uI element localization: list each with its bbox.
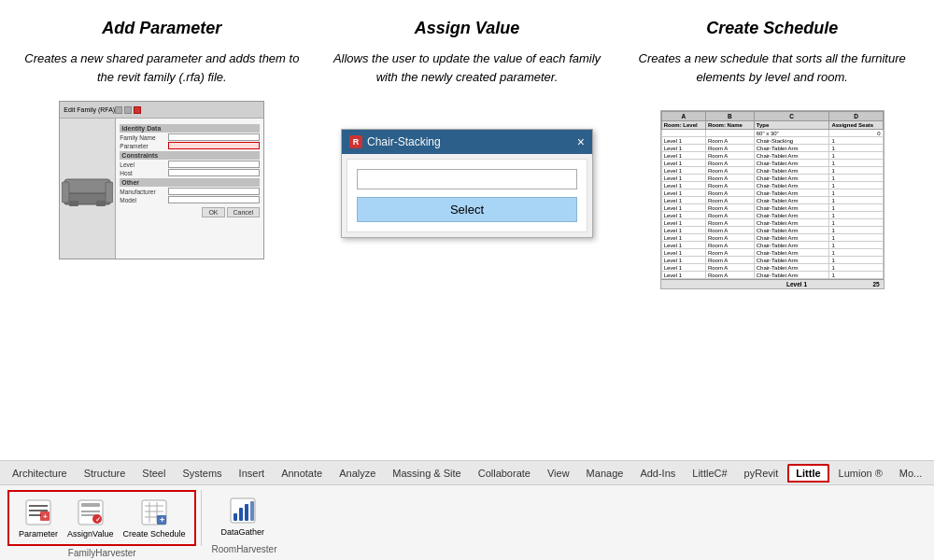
- ribbon-tab-mo...[interactable]: Mo...: [892, 465, 929, 482]
- svg-rect-29: [245, 504, 248, 521]
- table-cell: Chair-Tablet Arm: [754, 204, 829, 212]
- rfa-field-c1: Level: [120, 161, 260, 168]
- rfa-input-c1[interactable]: [168, 161, 260, 168]
- table-cell: Chair-Tablet Arm: [754, 242, 829, 249]
- table-cell: Chair-Tablet Arm: [754, 197, 829, 204]
- table-cell: Room A: [705, 249, 754, 257]
- ribbon-tab-lumion-®[interactable]: Lumion ®: [831, 465, 890, 482]
- table-cell: Level 1: [661, 167, 705, 175]
- table-cell: Level 1: [661, 257, 705, 264]
- table-cell: Level 1: [661, 152, 705, 160]
- dialog-revit-icon: R: [349, 135, 362, 148]
- table-cell: Level 1: [661, 264, 705, 272]
- table-cell: 1: [829, 137, 883, 145]
- table-cell: Level 1: [661, 137, 705, 145]
- table-cell: Room A: [705, 175, 754, 182]
- rfa-input-c2[interactable]: [168, 169, 260, 176]
- svg-rect-30: [250, 501, 254, 521]
- room-harvester-label: RoomHarvester: [211, 544, 276, 554]
- sofa-icon: [62, 165, 113, 212]
- parameter-label: Parameter: [19, 529, 58, 539]
- table-cell: 1: [829, 242, 883, 249]
- rfa-label-c2: Host: [120, 170, 166, 176]
- section-title-assign-value: Assign Value: [415, 19, 519, 38]
- rfa-cancel-button[interactable]: Cancel: [227, 207, 261, 217]
- table-row: Level 1Room AChair-Tablet Arm1: [661, 227, 883, 234]
- table-cell: Chair-Tablet Arm: [754, 212, 829, 219]
- datagather-label: DataGather: [220, 527, 264, 537]
- schedule-table: A B C D Room: Level Room: Name Type Assi…: [661, 111, 884, 279]
- svg-text:✓: ✓: [94, 516, 100, 523]
- table-cell: Level 1: [661, 212, 705, 219]
- svg-rect-27: [234, 513, 237, 521]
- table-cell: Level 1: [661, 227, 705, 234]
- table-cell: Level 1: [661, 197, 705, 204]
- table-cell: Chair-Tablet Arm: [754, 257, 829, 264]
- table-cell: 1: [829, 160, 883, 167]
- rfa-label-c1: Level: [120, 161, 166, 168]
- datagather-svg: [229, 497, 257, 525]
- table-cell: Chair-Tablet Arm: [754, 264, 829, 272]
- table-cell: Chair-Tablet Arm: [754, 175, 829, 182]
- create-schedule-button[interactable]: + Create Schedule: [119, 496, 189, 540]
- datagather-icon: [228, 496, 258, 525]
- table-row: Level 1Room AChair-Tablet Arm1: [661, 145, 883, 152]
- parameter-button[interactable]: + Parameter: [15, 496, 62, 540]
- ribbon-tab-analyze[interactable]: Analyze: [332, 465, 383, 482]
- schedule-col-b-header: B: [705, 112, 754, 121]
- rfa-field-param: Parameter: [120, 142, 260, 149]
- rfa-input-o1[interactable]: [168, 188, 260, 195]
- table-cell: 1: [829, 175, 883, 182]
- rfa-field-c2: Host: [120, 169, 260, 176]
- create-schedule-svg: +: [140, 498, 168, 526]
- ribbon-tab-insert[interactable]: Insert: [232, 465, 273, 482]
- ribbon-tab-add-ins[interactable]: Add-Ins: [632, 465, 683, 482]
- rfa-ok-button[interactable]: OK: [202, 207, 224, 217]
- rfa-window: Edit Family (RFA): [60, 102, 263, 259]
- ribbon-tab-collaborate[interactable]: Collaborate: [471, 465, 538, 482]
- table-cell: [661, 130, 705, 137]
- rfa-form: Identity Data Family Name Parameter Cons…: [120, 124, 260, 217]
- section-title-add-parameter: Add Parameter: [102, 19, 221, 38]
- table-cell: Room A: [705, 204, 754, 212]
- ribbon-tab-architecture[interactable]: Architecture: [5, 465, 75, 482]
- dialog-close-button[interactable]: ×: [577, 134, 585, 149]
- ribbon-tab-view[interactable]: View: [540, 465, 577, 482]
- svg-text:+: +: [43, 512, 48, 521]
- ribbon-tab-little[interactable]: Little: [787, 464, 828, 483]
- rfa-field-family: Family Name: [120, 133, 260, 141]
- dialog-select-button[interactable]: Select: [357, 197, 577, 222]
- rfa-input-o2[interactable]: [168, 196, 260, 203]
- schedule-col-b-label: Room: Name: [705, 121, 754, 130]
- ribbon-tab-manage[interactable]: Manage: [579, 465, 631, 482]
- table-cell: Level 1: [661, 175, 705, 182]
- ribbon-tab-pyrevit[interactable]: pyRevit: [737, 465, 786, 482]
- schedule-table-container: A B C D Room: Level Room: Name Type Assi…: [660, 110, 884, 289]
- ribbon-tab-massing-&-site[interactable]: Massing & Site: [385, 465, 468, 482]
- table-cell: Level 1: [661, 189, 705, 197]
- dialog-text-input[interactable]: [357, 169, 577, 189]
- rfa-other-header: Other: [120, 178, 260, 187]
- ribbon-tab-annotate[interactable]: Annotate: [274, 465, 330, 482]
- ribbon-tab-structure[interactable]: Structure: [77, 465, 134, 482]
- schedule-footer-value: Level 1 25: [786, 281, 880, 287]
- table-cell: 0: [829, 130, 883, 137]
- svg-rect-4: [69, 201, 78, 206]
- table-cell: Chair-Tablet Arm: [754, 152, 829, 160]
- toolbar-divider: [201, 490, 202, 546]
- ribbon-tab-littlec#[interactable]: LittleC#: [685, 465, 734, 482]
- datagather-button[interactable]: DataGather: [217, 494, 268, 539]
- ribbon-tab-systems[interactable]: Systems: [175, 465, 229, 482]
- rfa-left-panel: [60, 119, 116, 259]
- rfa-input-family[interactable]: [168, 133, 260, 141]
- table-cell: 1: [829, 212, 883, 219]
- section-add-parameter: Add Parameter Creates a new shared param…: [9, 19, 315, 451]
- ribbon-tab-steel[interactable]: Steel: [134, 465, 173, 482]
- svg-rect-28: [239, 508, 243, 521]
- assign-value-button[interactable]: ✓ AssignValue: [64, 496, 117, 540]
- table-cell: Chair-Tablet Arm: [754, 249, 829, 257]
- schedule-col-d-label: Assigned Seats: [829, 121, 883, 130]
- svg-rect-3: [106, 182, 113, 203]
- rfa-content: Identity Data Family Name Parameter Cons…: [60, 119, 263, 259]
- rfa-input-param[interactable]: [168, 142, 260, 149]
